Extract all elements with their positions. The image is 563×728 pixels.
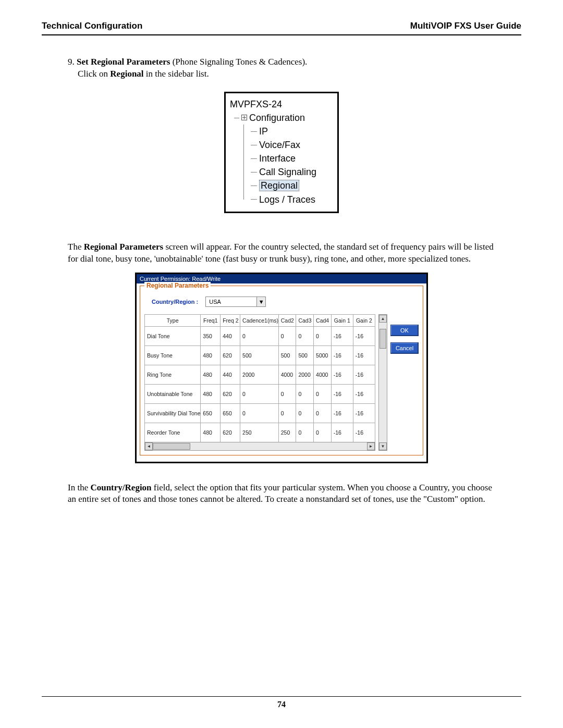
step-number: 9. [68,57,75,67]
table-cell: 0 [240,384,279,403]
tree-expand-icon [241,115,247,120]
table-cell: 0 [314,423,332,442]
table-cell: 500 [278,346,296,365]
para2-bold: Country/Region [90,483,151,492]
tones-table-wrapper: TypeFreq1Freq 2Cadence1(ms)Cad2Cad3Cad4G… [144,314,375,451]
step-bold2: Regional [110,69,143,79]
table-row[interactable]: Unobtainable Tone4806200000-16-16 [145,384,375,403]
table-cell: 2000 [296,365,314,384]
table-cell: 0 [240,326,279,346]
table-cell: 0 [296,403,314,423]
table-cell: 2000 [240,365,279,384]
table-cell: 0 [278,326,296,346]
table-row[interactable]: Busy Tone4806205005005005000-16-16 [145,346,375,365]
group-title: Regional Parameters [144,282,211,289]
table-row[interactable]: Ring Tone4804402000400020004000-16-16 [145,365,375,384]
page-header: Technical Configuration MultiVOIP FXS Us… [42,21,521,35]
table-row[interactable]: Dial Tone3504400000-16-16 [145,326,375,346]
table-cell: Reorder Tone [145,423,201,442]
scroll-right-icon[interactable]: ► [367,442,375,450]
table-cell: 480 [201,346,221,365]
table-cell: 650 [201,403,221,423]
scroll-up-icon[interactable]: ▲ [379,315,387,323]
tree-leaf-highlighted[interactable]: Regional [259,180,299,191]
para1-bold: Regional Parameters [84,242,163,252]
scroll-left-icon[interactable]: ◄ [145,442,153,450]
table-header-cell: Gain 1 [331,314,353,326]
tree-leaf[interactable]: Call Signaling [251,165,333,179]
cancel-button[interactable]: Cancel [390,342,419,354]
table-cell: -16 [331,384,353,403]
step-9: 9. Set Regional Parameters (Phone Signal… [68,56,521,80]
vertical-scrollbar[interactable]: ▲ ▼ [378,314,387,451]
table-cell: 480 [201,423,221,442]
table-cell: -16 [331,403,353,423]
table-header-cell: Gain 2 [353,314,375,326]
table-cell: -16 [331,365,353,384]
table-cell: 0 [296,384,314,403]
table-cell: 0 [278,384,296,403]
page-footer: 74 [42,696,521,709]
tree-leaf[interactable]: Regional [251,179,333,192]
regional-params-group: Regional Parameters Country/Region : USA… [140,286,423,455]
table-cell: 4000 [278,365,296,384]
chevron-down-icon[interactable]: ▼ [256,297,265,306]
page-number: 74 [277,700,286,709]
tree-leaf[interactable]: IP [251,125,333,138]
table-cell: -16 [331,346,353,365]
table-cell: 350 [201,326,221,346]
vscroll-thumb[interactable] [380,329,386,349]
header-right: MultiVOIP FXS User Guide [410,21,521,31]
table-cell: -16 [353,326,375,346]
table-cell: 480 [201,365,221,384]
tree-root: MVPFXS-24 [230,97,333,111]
sidebar-tree-screenshot: MVPFXS-24 Configuration IPVoice/FaxInter… [224,92,339,213]
table-cell: 0 [296,423,314,442]
step-line2a: Click on [78,69,110,79]
table-header-cell: Freq1 [201,314,221,326]
table-cell: 0 [296,326,314,346]
table-header-cell: Type [145,314,201,326]
table-cell: 620 [221,346,240,365]
table-cell: 4000 [314,365,332,384]
table-cell: 0 [240,403,279,423]
table-cell: 620 [221,423,240,442]
country-select[interactable]: USA ▼ [205,297,266,307]
table-cell: 5000 [314,346,332,365]
country-value: USA [206,299,256,305]
country-label: Country/Region : [152,299,198,305]
tree-branch-label: Configuration [249,113,305,123]
table-cell: -16 [353,346,375,365]
scroll-down-icon[interactable]: ▼ [379,442,387,450]
table-cell: -16 [331,423,353,442]
hscroll-thumb[interactable] [153,443,190,450]
paragraph-1: The Regional Parameters screen will appe… [68,241,495,265]
tree-leaf[interactable]: Logs / Traces [251,193,333,206]
table-cell: 250 [240,423,279,442]
step-bold-title: Set Regional Parameters [77,57,170,67]
step-line2b: in the sidebar list. [144,69,209,79]
table-cell: 620 [221,384,240,403]
para1-pre: The [68,242,84,252]
table-cell: -16 [353,365,375,384]
table-row[interactable]: Survivability Dial Tone6506500000-16-16 [145,403,375,423]
table-cell: 0 [314,326,332,346]
table-cell: -16 [353,384,375,403]
table-cell: 0 [314,384,332,403]
tree-children: IPVoice/FaxInterfaceCall SignalingRegion… [230,125,333,206]
table-cell: 0 [314,403,332,423]
table-row[interactable]: Reorder Tone48062025025000-16-16 [145,423,375,442]
table-cell: 440 [221,326,240,346]
header-left: Technical Configuration [42,21,142,31]
tree-leaf[interactable]: Voice/Fax [251,138,333,152]
table-header-cell: Cad4 [314,314,332,326]
table-header-row: TypeFreq1Freq 2Cadence1(ms)Cad2Cad3Cad4G… [145,314,375,326]
tree-leaf[interactable]: Interface [251,152,333,165]
para2-pre: In the [68,483,90,492]
dialog-buttons: OK Cancel [390,314,419,451]
horizontal-scrollbar[interactable]: ◄ ► [144,442,375,451]
table-cell: -16 [353,423,375,442]
ok-button[interactable]: OK [390,325,419,336]
table-cell: Ring Tone [145,365,201,384]
tones-table: TypeFreq1Freq 2Cadence1(ms)Cad2Cad3Cad4G… [144,314,375,442]
